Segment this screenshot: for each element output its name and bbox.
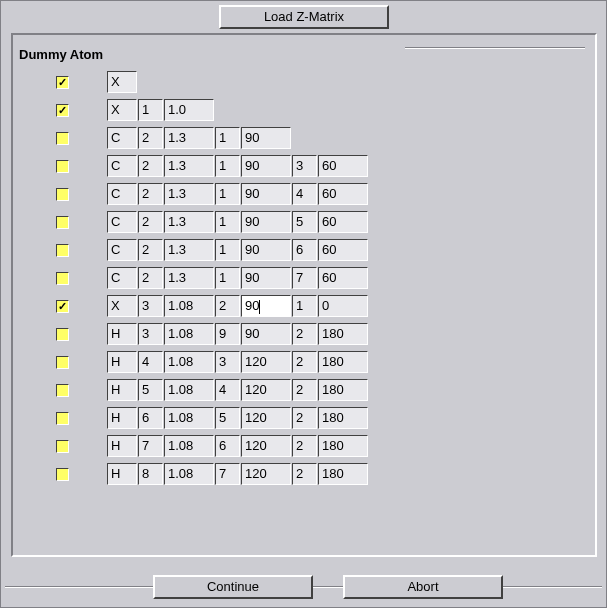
zmatrix-cell-a[interactable]: 120 — [241, 463, 291, 485]
zmatrix-cell-i1[interactable]: 7 — [138, 435, 163, 457]
zmatrix-cell-r[interactable]: 1.08 — [164, 295, 214, 317]
zmatrix-cell-i3[interactable]: 5 — [292, 211, 317, 233]
zmatrix-cell-r[interactable]: 1.08 — [164, 351, 214, 373]
zmatrix-cell-a[interactable]: 120 — [241, 351, 291, 373]
zmatrix-cell-i1[interactable]: 8 — [138, 463, 163, 485]
dummy-atom-checkbox[interactable] — [56, 468, 69, 481]
zmatrix-cell-i1[interactable]: 1 — [138, 99, 163, 121]
zmatrix-cell-r[interactable]: 1.08 — [164, 379, 214, 401]
dummy-atom-checkbox[interactable] — [56, 104, 69, 117]
zmatrix-cell-i1[interactable]: 2 — [138, 155, 163, 177]
zmatrix-cell-d[interactable]: 180 — [318, 407, 368, 429]
zmatrix-cell-atom[interactable]: C — [107, 211, 137, 233]
continue-button[interactable]: Continue — [153, 575, 313, 599]
zmatrix-cell-d[interactable]: 180 — [318, 351, 368, 373]
zmatrix-cell-a[interactable]: 120 — [241, 379, 291, 401]
zmatrix-cell-a[interactable]: 120 — [241, 407, 291, 429]
zmatrix-cell-i2[interactable]: 1 — [215, 211, 240, 233]
zmatrix-cell-i3[interactable]: 2 — [292, 379, 317, 401]
zmatrix-cell-d[interactable]: 180 — [318, 463, 368, 485]
zmatrix-cell-r[interactable]: 1.08 — [164, 407, 214, 429]
zmatrix-cell-i2[interactable]: 1 — [215, 127, 240, 149]
zmatrix-cell-d[interactable]: 60 — [318, 211, 368, 233]
zmatrix-cell-a[interactable]: 120 — [241, 435, 291, 457]
zmatrix-cell-i3[interactable]: 2 — [292, 407, 317, 429]
zmatrix-cell-i2[interactable]: 1 — [215, 267, 240, 289]
zmatrix-cell-d[interactable]: 60 — [318, 239, 368, 261]
zmatrix-cell-i2[interactable]: 9 — [215, 323, 240, 345]
zmatrix-cell-r[interactable]: 1.0 — [164, 99, 214, 121]
zmatrix-cell-i1[interactable]: 3 — [138, 295, 163, 317]
zmatrix-cell-a[interactable]: 90 — [241, 239, 291, 261]
zmatrix-cell-i2[interactable]: 7 — [215, 463, 240, 485]
zmatrix-cell-i2[interactable]: 2 — [215, 295, 240, 317]
zmatrix-cell-i1[interactable]: 2 — [138, 127, 163, 149]
dummy-atom-checkbox[interactable] — [56, 188, 69, 201]
zmatrix-cell-atom[interactable]: X — [107, 99, 137, 121]
zmatrix-cell-i2[interactable]: 4 — [215, 379, 240, 401]
zmatrix-cell-r[interactable]: 1.3 — [164, 267, 214, 289]
zmatrix-cell-a[interactable]: 90 — [241, 295, 291, 317]
zmatrix-cell-i2[interactable]: 6 — [215, 435, 240, 457]
zmatrix-cell-r[interactable]: 1.08 — [164, 463, 214, 485]
zmatrix-cell-atom[interactable]: C — [107, 127, 137, 149]
zmatrix-cell-a[interactable]: 90 — [241, 323, 291, 345]
zmatrix-cell-atom[interactable]: C — [107, 239, 137, 261]
zmatrix-cell-r[interactable]: 1.3 — [164, 183, 214, 205]
zmatrix-cell-i3[interactable]: 4 — [292, 183, 317, 205]
zmatrix-cell-r[interactable]: 1.3 — [164, 155, 214, 177]
zmatrix-cell-i3[interactable]: 1 — [292, 295, 317, 317]
zmatrix-cell-i1[interactable]: 2 — [138, 183, 163, 205]
zmatrix-cell-i1[interactable]: 4 — [138, 351, 163, 373]
zmatrix-cell-i1[interactable]: 6 — [138, 407, 163, 429]
zmatrix-cell-i2[interactable]: 5 — [215, 407, 240, 429]
dummy-atom-checkbox[interactable] — [56, 300, 69, 313]
zmatrix-cell-atom[interactable]: C — [107, 267, 137, 289]
dummy-atom-checkbox[interactable] — [56, 384, 69, 397]
zmatrix-cell-i3[interactable]: 2 — [292, 351, 317, 373]
zmatrix-cell-d[interactable]: 60 — [318, 155, 368, 177]
zmatrix-cell-d[interactable]: 0 — [318, 295, 368, 317]
zmatrix-cell-r[interactable]: 1.08 — [164, 435, 214, 457]
zmatrix-cell-i1[interactable]: 2 — [138, 211, 163, 233]
zmatrix-cell-d[interactable]: 60 — [318, 183, 368, 205]
zmatrix-cell-i3[interactable]: 2 — [292, 323, 317, 345]
zmatrix-cell-atom[interactable]: H — [107, 407, 137, 429]
zmatrix-cell-r[interactable]: 1.3 — [164, 127, 214, 149]
zmatrix-cell-atom[interactable]: H — [107, 379, 137, 401]
zmatrix-cell-a[interactable]: 90 — [241, 127, 291, 149]
zmatrix-cell-d[interactable]: 180 — [318, 435, 368, 457]
dummy-atom-checkbox[interactable] — [56, 244, 69, 257]
zmatrix-cell-i1[interactable]: 3 — [138, 323, 163, 345]
zmatrix-cell-i1[interactable]: 2 — [138, 267, 163, 289]
dummy-atom-checkbox[interactable] — [56, 412, 69, 425]
zmatrix-cell-a[interactable]: 90 — [241, 211, 291, 233]
zmatrix-cell-i3[interactable]: 2 — [292, 435, 317, 457]
dummy-atom-checkbox[interactable] — [56, 216, 69, 229]
zmatrix-cell-i3[interactable]: 6 — [292, 239, 317, 261]
zmatrix-cell-i2[interactable]: 1 — [215, 155, 240, 177]
zmatrix-cell-r[interactable]: 1.3 — [164, 239, 214, 261]
zmatrix-cell-atom[interactable]: X — [107, 71, 137, 93]
zmatrix-cell-i3[interactable]: 3 — [292, 155, 317, 177]
zmatrix-cell-atom[interactable]: H — [107, 435, 137, 457]
dummy-atom-checkbox[interactable] — [56, 440, 69, 453]
zmatrix-cell-a[interactable]: 90 — [241, 183, 291, 205]
zmatrix-cell-r[interactable]: 1.08 — [164, 323, 214, 345]
dummy-atom-checkbox[interactable] — [56, 272, 69, 285]
zmatrix-cell-r[interactable]: 1.3 — [164, 211, 214, 233]
zmatrix-cell-i2[interactable]: 3 — [215, 351, 240, 373]
load-zmatrix-button[interactable]: Load Z-Matrix — [219, 5, 389, 29]
dummy-atom-checkbox[interactable] — [56, 132, 69, 145]
zmatrix-cell-i1[interactable]: 2 — [138, 239, 163, 261]
zmatrix-cell-d[interactable]: 60 — [318, 267, 368, 289]
zmatrix-cell-a[interactable]: 90 — [241, 267, 291, 289]
zmatrix-cell-d[interactable]: 180 — [318, 323, 368, 345]
dummy-atom-checkbox[interactable] — [56, 356, 69, 369]
zmatrix-cell-atom[interactable]: H — [107, 351, 137, 373]
zmatrix-cell-i3[interactable]: 7 — [292, 267, 317, 289]
zmatrix-cell-d[interactable]: 180 — [318, 379, 368, 401]
zmatrix-cell-i2[interactable]: 1 — [215, 183, 240, 205]
zmatrix-cell-atom[interactable]: C — [107, 183, 137, 205]
abort-button[interactable]: Abort — [343, 575, 503, 599]
